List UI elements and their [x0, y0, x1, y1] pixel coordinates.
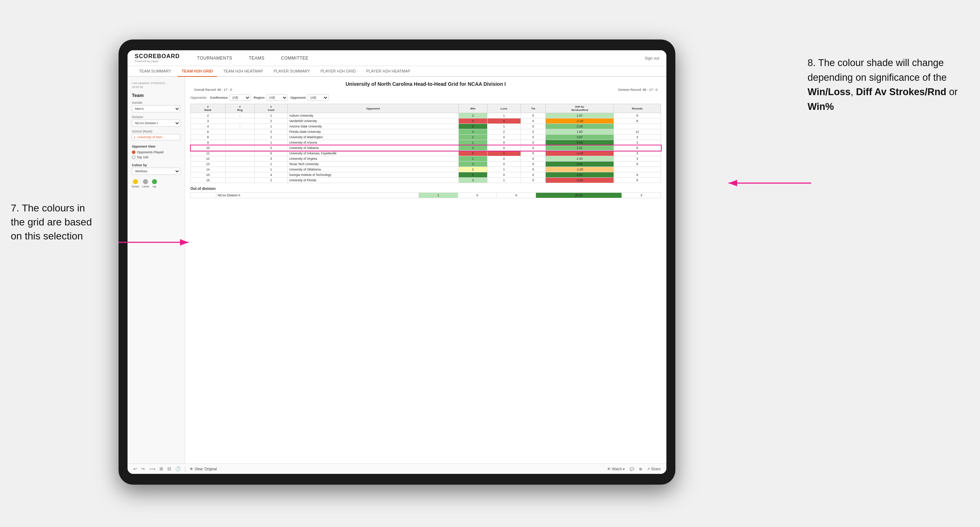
copy-icon[interactable]: ⊞: [159, 466, 163, 471]
legend-level: Level: [142, 179, 149, 188]
conference-label: Conference: [210, 96, 228, 100]
table-row: 13 1 Texas Tech University 3 0 0 5.56 9: [191, 162, 661, 167]
table-row: 16 2 University of Florida 3 1 0 -6.62 9: [191, 178, 661, 183]
school-value[interactable]: 1. University of Nort...: [132, 134, 180, 140]
tab-team-summary[interactable]: TEAM SUMMARY: [135, 66, 176, 77]
cell-conf: 2: [255, 178, 288, 183]
opponent-view-radio-group: Opponents Played Top 100: [132, 151, 180, 159]
cell-conf: 6: [255, 151, 288, 156]
table-row: 10 5 University of Alabama 3 0 0 2.61 8: [191, 145, 661, 151]
table-row: 12 3 University of Virginia 1 0 0 2.33 3: [191, 156, 661, 162]
region-select[interactable]: (All): [266, 94, 288, 101]
data-table: #Rank #Reg #Conf Opponent Win Loss Tie D…: [190, 104, 661, 183]
cell-tie: 0: [521, 113, 546, 119]
table-row: 3 2 Vanderbilt University 0 4 0 -2.29 8: [191, 119, 661, 124]
cell-win: 1: [458, 156, 487, 162]
team-section-title: Team: [132, 93, 180, 98]
tab-player-h2h-heatmap[interactable]: PLAYER H2H HEATMAP: [362, 66, 415, 77]
cell-rounds: [614, 124, 661, 129]
cell-conf: 1: [255, 124, 288, 129]
cell-tie: 0: [521, 151, 546, 156]
cell-rank: 11: [191, 151, 226, 156]
cell-win: 0: [458, 151, 487, 156]
colour-by-select[interactable]: Win/loss Diff Av Strokes/Rnd Win%: [132, 168, 180, 175]
region-label: Region: [254, 96, 265, 100]
cell-loss: 0: [487, 145, 521, 151]
view-label: View: Original: [195, 467, 217, 471]
cell-rank: 6: [191, 129, 226, 135]
tab-team-h2h-grid[interactable]: TEAM H2H GRID: [177, 66, 217, 77]
table-row: 8 2 University of Washington 1 0 0 3.67 …: [191, 135, 661, 140]
clock-icon[interactable]: 🕐: [175, 466, 181, 471]
cell-tie: 0: [521, 178, 546, 183]
cell-opponent: University of Alabama: [288, 145, 459, 151]
nav-committee[interactable]: COMMITTEE: [278, 54, 312, 62]
ood-win: 1: [419, 193, 458, 198]
cell-rank: 12: [191, 156, 226, 162]
annotation-8: 8. The colour shade will change dependin…: [808, 56, 973, 114]
grid-title: University of North Carolina Head-to-Hea…: [190, 81, 661, 87]
watch-button[interactable]: 👁 Watch ▾: [607, 467, 625, 471]
comment-button[interactable]: 💬: [630, 467, 634, 471]
redo-icon[interactable]: ↪: [141, 466, 145, 471]
cell-diff: -6.62: [546, 178, 614, 183]
nav-bar: SCOREBOARD Powered by clippd TOURNAMENTS…: [127, 50, 667, 66]
out-of-division-table: NCAA Division II 1 0 0 26.00 3: [190, 192, 661, 198]
cell-loss: 0: [487, 156, 521, 162]
tab-team-h2h-heatmap[interactable]: TEAM H2H HEATMAP: [219, 66, 267, 77]
cell-opponent: Auburn University: [288, 113, 459, 119]
radio-top100[interactable]: Top 100: [132, 156, 180, 159]
cell-win: 3: [458, 145, 487, 151]
cell-opponent: University of Oklahoma: [288, 167, 459, 172]
forward-icon[interactable]: ⟶: [149, 466, 155, 471]
cell-tie: 0: [521, 140, 546, 145]
opponent-select[interactable]: (All): [307, 94, 329, 101]
cell-opponent: Vanderbilt University: [288, 119, 459, 124]
table-row: 6 2 Florida State University 4 2 0 1.83 …: [191, 129, 661, 135]
cell-conf: 2: [255, 135, 288, 140]
grid-icon[interactable]: ⊟: [167, 466, 171, 471]
toolbar-bottom: ↩ ↪ ⟶ ⊞ ⊟ 🕐 👁 View: Original 👁 Watch ▾ 💬…: [127, 464, 667, 474]
cell-rounds: 8: [614, 119, 661, 124]
table-row: 15 4 Georgia Institute of Technology 5 0…: [191, 172, 661, 178]
opponent-filter-label: Opponent: [291, 96, 306, 100]
legend-row: Down Level Up: [132, 179, 180, 188]
conference-select[interactable]: (All): [229, 94, 251, 101]
undo-icon[interactable]: ↩: [133, 466, 137, 471]
cell-diff: 2.33: [546, 156, 614, 162]
division-label: Division: [132, 115, 180, 119]
gender-select[interactable]: Men's: [132, 105, 180, 113]
sign-out-link[interactable]: Sign out: [645, 56, 659, 60]
annotation-7: 7. The colours in the grid are based on …: [11, 201, 115, 243]
cell-reg: [225, 119, 255, 124]
cell-rank: 16: [191, 178, 226, 183]
cell-diff: 9.00: [546, 140, 614, 145]
cell-win: 1: [458, 140, 487, 145]
present-button[interactable]: ⊞: [639, 467, 642, 471]
ood-tie: 0: [497, 193, 536, 198]
cell-diff: 3.67: [546, 135, 614, 140]
table-header-row: #Rank #Reg #Conf Opponent Win Loss Tie D…: [191, 104, 661, 113]
cell-rounds: 3: [614, 151, 661, 156]
col-rounds: Rounds: [614, 104, 661, 113]
tab-player-summary[interactable]: PLAYER SUMMARY: [269, 66, 314, 77]
division-select[interactable]: NCAA Division I: [132, 119, 180, 127]
annotation-bold-winloss: Win/Loss: [808, 87, 851, 97]
tab-player-h2h-grid[interactable]: PLAYER H2H GRID: [316, 66, 360, 77]
table-row: 9 1 University of Arizona 1 0 0 9.00 2: [191, 140, 661, 145]
nav-tournaments[interactable]: TOURNAMENTS: [194, 54, 235, 62]
nav-teams[interactable]: TEAMS: [246, 54, 267, 62]
share-button[interactable]: ↗ Share: [647, 467, 661, 471]
cell-diff: 2.61: [546, 145, 614, 151]
cell-conf: 1: [255, 140, 288, 145]
cell-loss: 1: [487, 167, 521, 172]
radio-opponents-played[interactable]: Opponents Played: [132, 151, 180, 154]
cell-reg: [225, 162, 255, 167]
cell-rounds: 9: [614, 162, 661, 167]
col-win: Win: [458, 104, 487, 113]
cell-diff: -1.00: [546, 167, 614, 172]
gender-label: Gender: [132, 101, 180, 105]
cell-rank: 3: [191, 119, 226, 124]
view-original[interactable]: 👁 View: Original: [190, 467, 217, 471]
table-row: 11 6 University of Arkansas, Fayettevill…: [191, 151, 661, 156]
